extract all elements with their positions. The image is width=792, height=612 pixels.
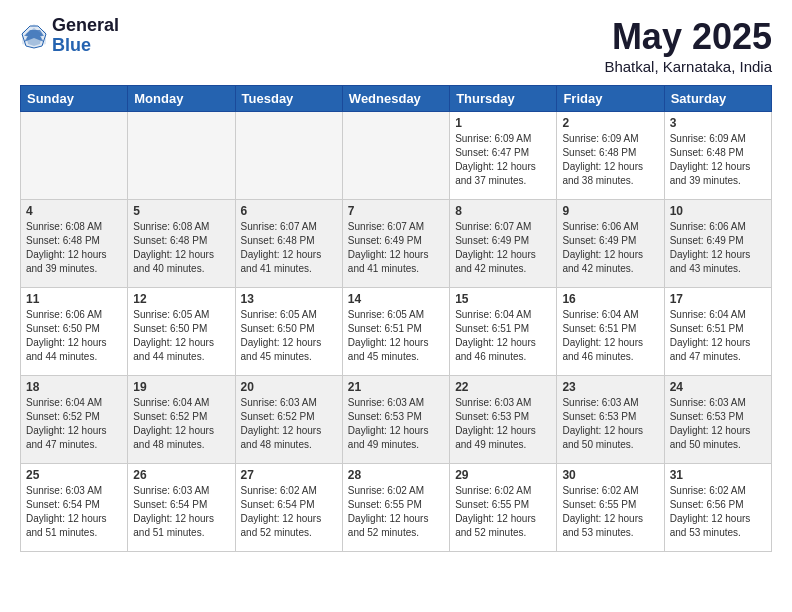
day-number: 28 [348, 468, 444, 482]
table-row: 29Sunrise: 6:02 AMSunset: 6:55 PMDayligh… [450, 464, 557, 552]
day-info: Sunrise: 6:02 AMSunset: 6:55 PMDaylight:… [562, 484, 658, 540]
day-info: Sunrise: 6:05 AMSunset: 6:50 PMDaylight:… [241, 308, 337, 364]
title-block: May 2025 Bhatkal, Karnataka, India [604, 16, 772, 75]
calendar-header-row: Sunday Monday Tuesday Wednesday Thursday… [21, 86, 772, 112]
day-number: 22 [455, 380, 551, 394]
day-number: 21 [348, 380, 444, 394]
table-row: 25Sunrise: 6:03 AMSunset: 6:54 PMDayligh… [21, 464, 128, 552]
day-number: 24 [670, 380, 766, 394]
table-row: 21Sunrise: 6:03 AMSunset: 6:53 PMDayligh… [342, 376, 449, 464]
table-row: 26Sunrise: 6:03 AMSunset: 6:54 PMDayligh… [128, 464, 235, 552]
day-number: 14 [348, 292, 444, 306]
day-number: 8 [455, 204, 551, 218]
day-number: 26 [133, 468, 229, 482]
day-info: Sunrise: 6:09 AMSunset: 6:48 PMDaylight:… [562, 132, 658, 188]
table-row: 12Sunrise: 6:05 AMSunset: 6:50 PMDayligh… [128, 288, 235, 376]
day-info: Sunrise: 6:03 AMSunset: 6:54 PMDaylight:… [133, 484, 229, 540]
day-info: Sunrise: 6:03 AMSunset: 6:54 PMDaylight:… [26, 484, 122, 540]
calendar-title: May 2025 [604, 16, 772, 58]
day-number: 11 [26, 292, 122, 306]
table-row [342, 112, 449, 200]
table-row: 2Sunrise: 6:09 AMSunset: 6:48 PMDaylight… [557, 112, 664, 200]
col-thursday: Thursday [450, 86, 557, 112]
day-info: Sunrise: 6:04 AMSunset: 6:51 PMDaylight:… [670, 308, 766, 364]
day-info: Sunrise: 6:04 AMSunset: 6:52 PMDaylight:… [26, 396, 122, 452]
day-number: 16 [562, 292, 658, 306]
logo: General Blue [20, 16, 119, 56]
table-row: 13Sunrise: 6:05 AMSunset: 6:50 PMDayligh… [235, 288, 342, 376]
table-row: 14Sunrise: 6:05 AMSunset: 6:51 PMDayligh… [342, 288, 449, 376]
table-row: 9Sunrise: 6:06 AMSunset: 6:49 PMDaylight… [557, 200, 664, 288]
day-number: 10 [670, 204, 766, 218]
table-row: 22Sunrise: 6:03 AMSunset: 6:53 PMDayligh… [450, 376, 557, 464]
day-info: Sunrise: 6:06 AMSunset: 6:49 PMDaylight:… [562, 220, 658, 276]
day-info: Sunrise: 6:02 AMSunset: 6:55 PMDaylight:… [348, 484, 444, 540]
day-info: Sunrise: 6:08 AMSunset: 6:48 PMDaylight:… [26, 220, 122, 276]
day-info: Sunrise: 6:05 AMSunset: 6:50 PMDaylight:… [133, 308, 229, 364]
day-info: Sunrise: 6:02 AMSunset: 6:56 PMDaylight:… [670, 484, 766, 540]
table-row: 27Sunrise: 6:02 AMSunset: 6:54 PMDayligh… [235, 464, 342, 552]
calendar-week-row: 1Sunrise: 6:09 AMSunset: 6:47 PMDaylight… [21, 112, 772, 200]
table-row: 5Sunrise: 6:08 AMSunset: 6:48 PMDaylight… [128, 200, 235, 288]
day-number: 12 [133, 292, 229, 306]
day-info: Sunrise: 6:06 AMSunset: 6:50 PMDaylight:… [26, 308, 122, 364]
logo-text: General Blue [52, 16, 119, 56]
day-number: 29 [455, 468, 551, 482]
table-row: 17Sunrise: 6:04 AMSunset: 6:51 PMDayligh… [664, 288, 771, 376]
calendar-week-row: 11Sunrise: 6:06 AMSunset: 6:50 PMDayligh… [21, 288, 772, 376]
day-number: 6 [241, 204, 337, 218]
col-saturday: Saturday [664, 86, 771, 112]
day-info: Sunrise: 6:09 AMSunset: 6:48 PMDaylight:… [670, 132, 766, 188]
logo-icon [20, 22, 48, 50]
table-row: 4Sunrise: 6:08 AMSunset: 6:48 PMDaylight… [21, 200, 128, 288]
day-number: 30 [562, 468, 658, 482]
table-row: 30Sunrise: 6:02 AMSunset: 6:55 PMDayligh… [557, 464, 664, 552]
day-info: Sunrise: 6:03 AMSunset: 6:52 PMDaylight:… [241, 396, 337, 452]
day-number: 17 [670, 292, 766, 306]
day-number: 31 [670, 468, 766, 482]
calendar-week-row: 25Sunrise: 6:03 AMSunset: 6:54 PMDayligh… [21, 464, 772, 552]
day-number: 1 [455, 116, 551, 130]
col-friday: Friday [557, 86, 664, 112]
logo-general-text: General [52, 16, 119, 36]
calendar-table: Sunday Monday Tuesday Wednesday Thursday… [20, 85, 772, 552]
col-tuesday: Tuesday [235, 86, 342, 112]
day-number: 27 [241, 468, 337, 482]
page-header: General Blue May 2025 Bhatkal, Karnataka… [20, 16, 772, 75]
col-wednesday: Wednesday [342, 86, 449, 112]
table-row: 18Sunrise: 6:04 AMSunset: 6:52 PMDayligh… [21, 376, 128, 464]
day-number: 2 [562, 116, 658, 130]
day-number: 15 [455, 292, 551, 306]
day-number: 18 [26, 380, 122, 394]
day-number: 23 [562, 380, 658, 394]
day-info: Sunrise: 6:04 AMSunset: 6:52 PMDaylight:… [133, 396, 229, 452]
day-number: 3 [670, 116, 766, 130]
day-info: Sunrise: 6:05 AMSunset: 6:51 PMDaylight:… [348, 308, 444, 364]
table-row: 20Sunrise: 6:03 AMSunset: 6:52 PMDayligh… [235, 376, 342, 464]
table-row: 8Sunrise: 6:07 AMSunset: 6:49 PMDaylight… [450, 200, 557, 288]
table-row: 23Sunrise: 6:03 AMSunset: 6:53 PMDayligh… [557, 376, 664, 464]
table-row: 24Sunrise: 6:03 AMSunset: 6:53 PMDayligh… [664, 376, 771, 464]
day-number: 19 [133, 380, 229, 394]
calendar-week-row: 4Sunrise: 6:08 AMSunset: 6:48 PMDaylight… [21, 200, 772, 288]
table-row: 19Sunrise: 6:04 AMSunset: 6:52 PMDayligh… [128, 376, 235, 464]
day-info: Sunrise: 6:02 AMSunset: 6:55 PMDaylight:… [455, 484, 551, 540]
table-row [235, 112, 342, 200]
table-row: 1Sunrise: 6:09 AMSunset: 6:47 PMDaylight… [450, 112, 557, 200]
day-info: Sunrise: 6:07 AMSunset: 6:49 PMDaylight:… [348, 220, 444, 276]
day-number: 4 [26, 204, 122, 218]
table-row: 15Sunrise: 6:04 AMSunset: 6:51 PMDayligh… [450, 288, 557, 376]
day-info: Sunrise: 6:02 AMSunset: 6:54 PMDaylight:… [241, 484, 337, 540]
day-info: Sunrise: 6:03 AMSunset: 6:53 PMDaylight:… [348, 396, 444, 452]
table-row [128, 112, 235, 200]
day-info: Sunrise: 6:03 AMSunset: 6:53 PMDaylight:… [562, 396, 658, 452]
table-row: 10Sunrise: 6:06 AMSunset: 6:49 PMDayligh… [664, 200, 771, 288]
day-number: 13 [241, 292, 337, 306]
col-monday: Monday [128, 86, 235, 112]
day-info: Sunrise: 6:04 AMSunset: 6:51 PMDaylight:… [455, 308, 551, 364]
day-info: Sunrise: 6:04 AMSunset: 6:51 PMDaylight:… [562, 308, 658, 364]
day-number: 9 [562, 204, 658, 218]
calendar-week-row: 18Sunrise: 6:04 AMSunset: 6:52 PMDayligh… [21, 376, 772, 464]
day-info: Sunrise: 6:07 AMSunset: 6:48 PMDaylight:… [241, 220, 337, 276]
day-number: 5 [133, 204, 229, 218]
